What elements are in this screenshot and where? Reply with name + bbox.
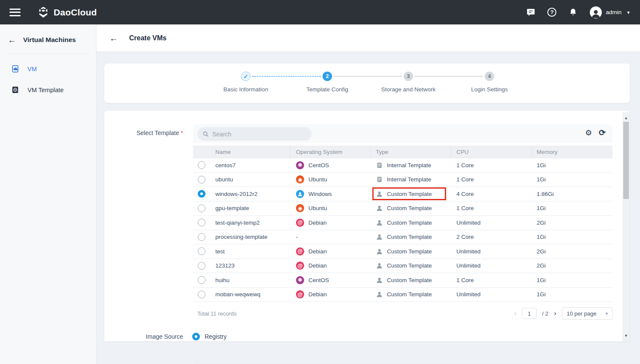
custom-template-icon: [376, 190, 383, 198]
page-size-value: 10 per page: [567, 310, 596, 317]
table-row[interactable]: test-qianyi-temp2@DebianCustom TemplateU…: [193, 216, 613, 230]
custom-template-icon: [376, 219, 383, 226]
row-radio[interactable]: [198, 233, 205, 241]
memory-cell: 1Gi: [532, 173, 613, 187]
row-radio[interactable]: [198, 190, 205, 198]
type-label: Custom Template: [387, 191, 432, 197]
column-header-type: Type: [371, 146, 451, 158]
type-cell: Custom Template: [371, 273, 451, 287]
vm-template-icon: [11, 86, 19, 94]
table-row[interactable]: 123123@DebianCustom TemplateUnlimited2Gi: [193, 259, 613, 274]
table-row[interactable]: centos7✽CentOSInternal Template1 Core1Gi: [193, 158, 613, 173]
row-radio[interactable]: [198, 262, 205, 270]
os-name: Debian: [308, 248, 327, 255]
cpu-cell: 1 Core: [451, 158, 532, 172]
sidebar-item-vm-template[interactable]: VM Template: [0, 79, 96, 100]
template-name-cell: moban-weqwewq: [193, 288, 290, 302]
search-icon: [202, 131, 209, 137]
row-radio[interactable]: [198, 247, 205, 255]
table-footer: Total 11 records ‹ / 2 › 10 per page ▾: [193, 304, 613, 322]
notification-bell-icon[interactable]: [568, 8, 578, 17]
os-cell: @Debian: [290, 216, 371, 230]
os-cell: Windows: [290, 187, 371, 201]
registry-radio[interactable]: [192, 333, 200, 340]
row-radio[interactable]: [198, 291, 205, 298]
template-name: 123123: [215, 262, 235, 269]
os-name: -: [296, 234, 298, 240]
step-label: Login Settings: [455, 86, 524, 93]
user-menu[interactable]: admin ▾: [590, 6, 630, 18]
step-number: 2: [323, 72, 332, 81]
help-icon[interactable]: ?: [547, 8, 556, 17]
cpu-cell: 4 Core: [451, 187, 532, 201]
type-cell: Internal Template: [371, 173, 451, 187]
os-cell: ◉Ubuntu: [290, 202, 371, 216]
main-content: ← Create VMs ✓ Basic Information 2 Templ…: [97, 24, 640, 364]
scrollbar-thumb[interactable]: [623, 122, 629, 199]
sidebar-item-label: VM Template: [27, 87, 63, 93]
hamburger-menu-icon[interactable]: [9, 9, 21, 16]
template-name-cell: test-qianyi-temp2: [193, 216, 290, 230]
type-label: Internal Template: [387, 162, 431, 168]
previous-page-icon[interactable]: ‹: [514, 309, 516, 318]
ubuntu-os-icon: ◉: [296, 204, 304, 212]
table-row[interactable]: test@DebianCustom TemplateUnlimited2Gi: [193, 244, 613, 259]
template-name: test-qianyi-temp2: [215, 220, 260, 226]
select-template-label: Select Template*: [104, 129, 183, 136]
sidebar-back-icon[interactable]: ←: [8, 36, 16, 44]
message-icon[interactable]: [526, 8, 535, 17]
column-header-os: Operating System: [290, 146, 371, 158]
sidebar: ← Virtual Machines VM VM Template: [0, 24, 97, 364]
page-back-icon[interactable]: ←: [109, 34, 118, 42]
template-name-cell: centos7: [193, 158, 290, 172]
custom-template-icon: [376, 248, 383, 255]
type-label: Custom Template: [387, 262, 432, 269]
scroll-down-icon[interactable]: ▼: [622, 333, 630, 339]
memory-cell: 1.86Gi: [532, 187, 613, 201]
total-records: Total 11 records: [193, 310, 237, 317]
image-source-label: Image Source: [104, 333, 183, 340]
refresh-icon[interactable]: ⟳: [599, 129, 606, 137]
table-toolbar: ⚙ ⟳: [193, 124, 613, 143]
centos-os-icon: ✽: [296, 161, 304, 169]
table-row[interactable]: ubuntu◉UbuntuInternal Template1 Core1Gi: [193, 173, 613, 187]
os-name: CentOS: [308, 162, 329, 168]
os-name: Ubuntu: [308, 176, 327, 183]
settings-gear-icon[interactable]: ⚙: [585, 129, 592, 137]
memory-cell: 1Gi: [532, 230, 613, 244]
type-label: Internal Template: [387, 176, 431, 183]
table-row[interactable]: huihu✽CentOSCustom Template1 Core1Gi: [193, 273, 613, 288]
type-cell: Custom Template: [371, 244, 451, 259]
table-row[interactable]: processing-template-Custom Template2 Cor…: [193, 230, 613, 245]
os-name: CentOS: [308, 277, 329, 283]
row-radio[interactable]: [198, 176, 205, 184]
page-number-input[interactable]: [522, 308, 537, 319]
row-radio[interactable]: [198, 161, 205, 169]
next-page-icon[interactable]: ›: [554, 309, 556, 318]
table-row[interactable]: moban-weqwewq@DebianCustom TemplateUnlim…: [193, 288, 613, 302]
cpu-cell: 1 Core: [451, 202, 532, 216]
os-name: Debian: [308, 262, 327, 269]
row-radio[interactable]: [198, 219, 205, 226]
type-label: Custom Template: [387, 234, 432, 240]
vertical-scrollbar[interactable]: ▲ ▼: [622, 112, 630, 341]
page-title: Create VMs: [129, 34, 166, 42]
sidebar-item-label: VM: [27, 66, 37, 72]
brand-name: DaoCloud: [54, 7, 97, 18]
search-input[interactable]: [212, 131, 298, 138]
table-row[interactable]: windows-2012r2WindowsCustom Template4 Co…: [193, 187, 613, 202]
step-label: Template Config: [293, 86, 362, 93]
column-header-memory: Memory: [532, 146, 613, 158]
page-size-select[interactable]: 10 per page ▾: [562, 307, 613, 320]
step-login-settings: 4 Login Settings: [455, 72, 524, 93]
template-name: test: [215, 248, 225, 255]
table-row[interactable]: gpu-template◉UbuntuCustom Template1 Core…: [193, 202, 613, 216]
os-cell: ◉Ubuntu: [290, 173, 371, 187]
template-name-cell: gpu-template: [193, 202, 290, 216]
template-name: centos7: [215, 162, 235, 168]
row-radio[interactable]: [198, 276, 205, 284]
row-radio[interactable]: [198, 205, 205, 212]
memory-cell: 2Gi: [532, 244, 613, 259]
sidebar-item-vm[interactable]: VM: [0, 58, 96, 79]
scroll-up-icon[interactable]: ▲: [622, 115, 630, 121]
